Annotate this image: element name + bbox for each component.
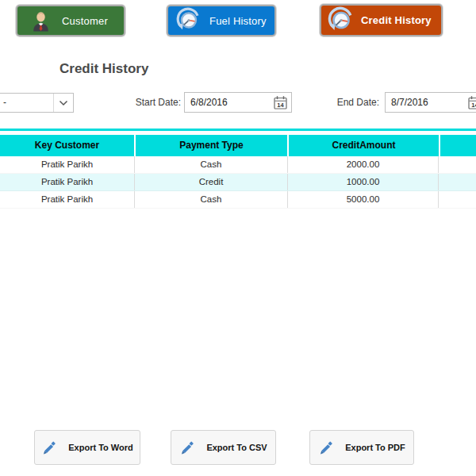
export-to-word-label: Export To Word: [68, 443, 132, 452]
pencil-icon: [318, 440, 335, 456]
end-date-input[interactable]: [386, 93, 476, 112]
export-to-word-button[interactable]: Export To Word: [34, 430, 140, 465]
end-date-picker: 14: [385, 92, 476, 113]
grid-header: Key Customer Payment Type CreditAmount: [0, 135, 476, 156]
end-date-label: End Date:: [332, 93, 379, 113]
cell-credit-amount: 2000.00: [288, 156, 439, 173]
cell-payment-type: Cash: [135, 191, 288, 208]
cell-empty: [439, 174, 476, 190]
cell-credit-amount: 1000.00: [288, 174, 439, 190]
calendar-day-number: 14: [471, 102, 476, 109]
customer-nav-button[interactable]: Customer: [16, 5, 125, 36]
table-row[interactable]: Pratik Parikh Credit 1000.00: [0, 174, 476, 191]
chevron-down-icon[interactable]: [53, 94, 73, 112]
gauge-history-icon: [175, 7, 202, 34]
table-row[interactable]: Pratik Parikh Cash 5000.00: [0, 191, 476, 209]
export-to-pdf-label: Export To PDF: [345, 443, 405, 452]
calendar-icon[interactable]: 14: [467, 95, 476, 110]
grid-top-border: [0, 129, 476, 131]
page-title: Credit History: [60, 61, 148, 77]
fuel-history-nav-button[interactable]: Fuel History: [167, 5, 276, 36]
pencil-icon: [179, 440, 196, 456]
pencil-icon: [41, 440, 58, 456]
table-row[interactable]: Pratik Parikh Cash 2000.00: [0, 156, 476, 174]
start-date-label: Start Date:: [124, 93, 181, 113]
export-to-csv-label: Export To CSV: [206, 443, 267, 452]
cell-payment-type: Credit: [135, 174, 288, 190]
calendar-day-number: 14: [277, 102, 284, 109]
cell-payment-type: Cash: [135, 156, 288, 173]
customer-nav-label: Customer: [62, 15, 108, 27]
credit-history-screen: Customer Fuel History Credit History Cre…: [0, 0, 476, 476]
calendar-icon[interactable]: 14: [273, 95, 288, 110]
export-to-pdf-button[interactable]: Export To PDF: [309, 430, 414, 465]
export-to-csv-button[interactable]: Export To CSV: [171, 430, 276, 465]
fuel-history-nav-label: Fuel History: [209, 15, 267, 27]
cell-credit-amount: 5000.00: [288, 191, 439, 208]
start-date-picker: 14: [184, 92, 292, 113]
column-header-empty[interactable]: [440, 135, 476, 156]
column-header-credit-amount[interactable]: CreditAmount: [289, 135, 439, 156]
customer-dropdown-value: -: [3, 94, 6, 112]
person-icon: [30, 9, 52, 33]
grid-body: Pratik Parikh Cash 2000.00 Pratik Parikh…: [0, 156, 476, 209]
gauge-history-icon: [326, 6, 355, 35]
cell-key-customer: Pratik Parikh: [0, 174, 135, 190]
cell-key-customer: Pratik Parikh: [0, 191, 135, 208]
cell-empty: [439, 156, 476, 173]
credit-history-nav-button[interactable]: Credit History: [320, 4, 443, 36]
credit-history-nav-label: Credit History: [361, 14, 432, 26]
column-header-key-customer[interactable]: Key Customer: [0, 135, 134, 156]
cell-key-customer: Pratik Parikh: [0, 156, 135, 173]
column-header-payment-type[interactable]: Payment Type: [136, 135, 287, 156]
customer-dropdown[interactable]: -: [0, 93, 74, 113]
cell-empty: [439, 191, 476, 208]
